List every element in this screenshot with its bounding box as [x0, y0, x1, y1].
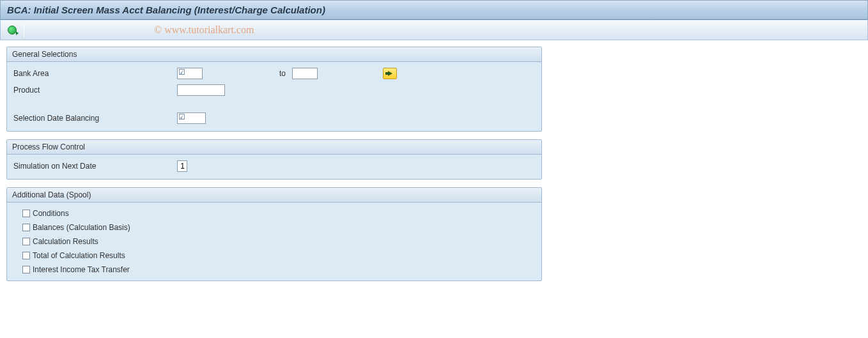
multiple-selection-button[interactable]	[383, 68, 397, 79]
group-title-process: Process Flow Control	[7, 140, 541, 155]
group-title-general: General Selections	[7, 47, 541, 62]
product-input[interactable]	[177, 84, 225, 96]
simulation-next-date-label: Simulation on Next Date	[11, 162, 177, 171]
interest-tax-transfer-label: Interest Income Tax Transfer	[33, 265, 130, 274]
simulation-next-date-input[interactable]	[177, 160, 187, 172]
arrow-right-icon	[388, 71, 392, 76]
bank-area-label: Bank Area	[11, 69, 177, 78]
group-general-selections: General Selections Bank Area ☑ to Produc…	[6, 47, 542, 132]
page-title: BCA: Initial Screen Mass Acct Balancing …	[0, 0, 868, 20]
watermark-text: © www.tutorialkart.com	[154, 24, 254, 36]
conditions-label: Conditions	[33, 209, 69, 218]
bank-area-from-input[interactable]	[177, 68, 203, 79]
app-toolbar: © www.tutorialkart.com	[0, 20, 868, 40]
group-additional-data-spool: Additional Data (Spool) Conditions Balan…	[6, 187, 542, 281]
group-title-spool: Additional Data (Spool)	[7, 188, 541, 203]
conditions-checkbox[interactable]	[22, 210, 30, 217]
execute-icon	[8, 26, 17, 35]
selection-date-label: Selection Date Balancing	[11, 114, 177, 123]
balances-label: Balances (Calculation Basis)	[33, 223, 130, 232]
selection-date-input[interactable]	[177, 112, 206, 124]
execute-button[interactable]	[6, 24, 19, 36]
calc-results-label: Calculation Results	[33, 237, 98, 246]
total-calc-results-checkbox[interactable]	[22, 252, 30, 259]
toolbar-separator	[24, 23, 24, 37]
to-label: to	[203, 69, 292, 78]
interest-tax-transfer-checkbox[interactable]	[22, 266, 30, 273]
balances-checkbox[interactable]	[22, 224, 30, 231]
total-calc-results-label: Total of Calculation Results	[33, 251, 125, 260]
bank-area-to-input[interactable]	[292, 68, 318, 79]
calc-results-checkbox[interactable]	[22, 238, 30, 245]
group-process-flow: Process Flow Control Simulation on Next …	[6, 139, 542, 180]
product-label: Product	[11, 86, 177, 95]
